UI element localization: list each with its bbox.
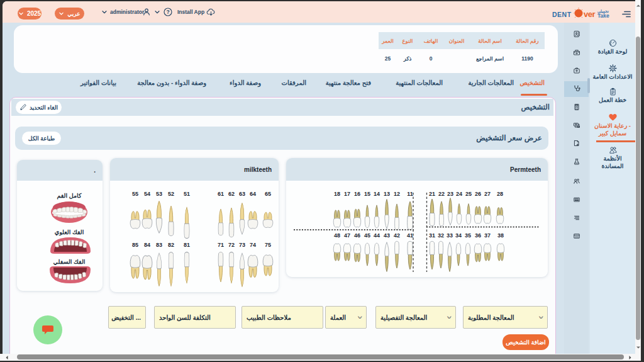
svg-text:ver: ver (584, 9, 595, 19)
svg-text:?: ? (166, 9, 169, 15)
svg-text:Take: Take (597, 13, 609, 19)
